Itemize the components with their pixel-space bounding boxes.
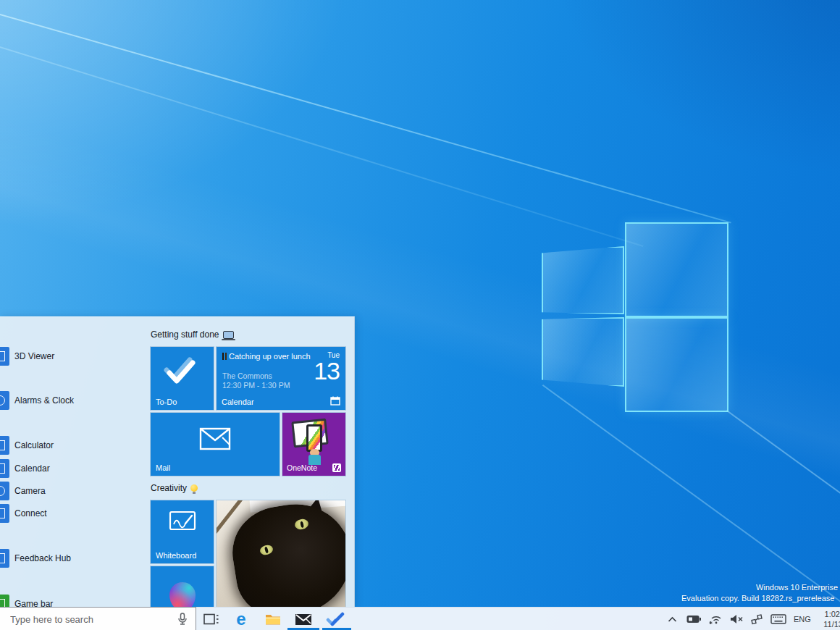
app-list-item-connect[interactable]: Connect — [0, 502, 149, 524]
app-label: Connect — [14, 508, 47, 518]
todo-button[interactable] — [321, 608, 350, 630]
light-ray — [0, 46, 643, 246]
tile-label: OneNote — [287, 463, 317, 472]
calculator-icon — [0, 436, 9, 455]
todo-check-icon — [151, 347, 214, 395]
microphone-icon[interactable] — [175, 612, 190, 626]
lightbulb-emoji-icon — [190, 484, 198, 492]
file-explorer-button[interactable] — [259, 608, 287, 630]
cat-pupil — [300, 521, 304, 528]
calendar-event-title: Catching up over lunch — [222, 351, 311, 361]
search-input[interactable] — [9, 613, 167, 626]
cat-photo — [226, 500, 345, 608]
light-ray — [0, 14, 731, 224]
wifi-icon — [709, 613, 722, 625]
app-list-item-calculator[interactable]: Calculator — [0, 434, 149, 456]
calendar-day-number: 13 — [314, 359, 340, 382]
clock-time: 1:02 — [823, 609, 840, 619]
whiteboard-icon — [151, 500, 214, 545]
logo-pane-top-left — [542, 246, 624, 314]
app-label: Alarms & Clock — [14, 395, 74, 406]
task-view-button[interactable] — [197, 608, 224, 630]
calendar-event-time: 12:30 PM - 1:30 PM — [222, 381, 290, 390]
onenote-logo-icon — [332, 463, 341, 472]
app-label: Camera — [14, 486, 46, 496]
touch-keyboard-button[interactable] — [768, 608, 789, 630]
taskbar-search[interactable] — [0, 607, 196, 630]
logo-pane-top-right — [625, 222, 728, 317]
volume-button[interactable] — [727, 608, 746, 630]
mail-icon — [295, 613, 312, 626]
light-ray — [542, 385, 840, 602]
app-label: Calendar — [14, 463, 50, 474]
tile-label: Calendar — [222, 398, 254, 406]
link-nodes-icon — [751, 614, 763, 625]
section-title: Creativity — [151, 483, 187, 493]
battery-button[interactable] — [684, 608, 704, 630]
section-header-getting-stuff-done[interactable]: Getting stuff done — [151, 329, 234, 340]
tile-mail[interactable]: Mail — [151, 413, 280, 476]
game-bar-icon — [0, 595, 9, 608]
3d-viewer-icon — [0, 347, 9, 366]
mail-envelope-icon — [151, 413, 280, 463]
keyboard-icon — [770, 614, 786, 624]
app-label: 3D Viewer — [14, 351, 54, 361]
tile-label: Whiteboard — [156, 551, 196, 560]
app-list-item-calendar[interactable]: Calendar — [0, 457, 149, 479]
meal-emoji-icon — [222, 353, 227, 360]
tile-calendar[interactable]: Catching up over lunch The Commons 12:30… — [217, 347, 345, 410]
chevron-up-icon — [668, 616, 677, 623]
watermark-build: Evaluation copy. Build 18282.rs_prerelea… — [681, 593, 834, 604]
clock[interactable]: 1:02 11/13/ — [823, 609, 840, 629]
todo-check-icon — [326, 612, 345, 626]
alarms-clock-icon — [0, 391, 9, 410]
tile-cortana[interactable] — [151, 566, 214, 608]
logo-pane-bottom-right — [625, 317, 728, 412]
edge-button[interactable]: e — [227, 608, 256, 630]
folder-icon — [265, 613, 281, 626]
camera-icon — [0, 482, 9, 500]
light-ray — [726, 410, 840, 508]
app-label: Feedback Hub — [14, 553, 71, 563]
edge-icon: e — [236, 610, 245, 628]
calendar-event-location: The Commons — [222, 371, 272, 381]
tile-label: To-Do — [156, 398, 177, 406]
cortana-orb-icon — [169, 582, 196, 608]
laptop-emoji-icon — [223, 331, 234, 339]
clock-date: 11/13/ — [823, 619, 840, 629]
cat-pupil — [264, 547, 269, 554]
tray-overflow-button[interactable] — [663, 608, 681, 630]
app-list-item-camera[interactable]: Camera — [0, 479, 149, 502]
battery-icon — [686, 615, 702, 623]
tile-photos[interactable] — [217, 500, 345, 608]
onenote-phone-art — [306, 424, 322, 452]
app-list-item-3d-viewer[interactable]: 3D Viewer — [0, 345, 149, 367]
calendar-date: Tue 13 — [314, 351, 340, 382]
app-list-item-game-bar[interactable]: Game bar — [0, 592, 149, 608]
calendar-mini-icon — [330, 396, 340, 406]
app-label: Calculator — [14, 440, 54, 450]
section-title: Getting stuff done — [151, 329, 219, 340]
connect-icon — [0, 504, 9, 523]
connected-devices-button[interactable] — [748, 608, 765, 630]
mail-button[interactable] — [289, 608, 318, 630]
taskbar: e — [0, 607, 840, 630]
language-indicator[interactable]: ENG — [794, 615, 811, 623]
calendar-icon — [0, 459, 9, 478]
start-menu: 3D Viewer Alarms & Clock Calculator Cale… — [0, 316, 355, 608]
tile-onenote[interactable]: OneNote — [282, 413, 345, 476]
section-header-creativity[interactable]: Creativity — [151, 483, 198, 493]
app-list-item-feedback-hub[interactable]: Feedback Hub — [0, 547, 149, 569]
app-list-item-alarms-clock[interactable]: Alarms & Clock — [0, 389, 149, 411]
watermark-edition: Windows 10 Enterprise — [756, 582, 838, 593]
network-button[interactable] — [706, 608, 725, 630]
feedback-hub-icon — [0, 549, 9, 568]
tile-label: Mail — [156, 463, 170, 472]
tile-whiteboard[interactable]: Whiteboard — [151, 500, 214, 563]
logo-pane-bottom-left — [542, 317, 624, 387]
volume-muted-icon — [730, 614, 744, 624]
tile-todo[interactable]: To-Do — [151, 347, 214, 410]
task-view-icon — [203, 613, 219, 626]
